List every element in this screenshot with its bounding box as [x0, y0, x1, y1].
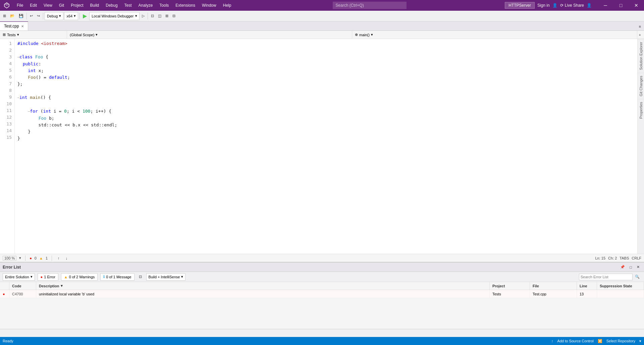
line-number-7: 7 — [0, 80, 14, 87]
code-content[interactable]: #include <iostream> ─class Foo { public:… — [15, 39, 637, 254]
menu-item-analyze[interactable]: Analyze — [135, 0, 156, 11]
debug-config-dropdown[interactable]: Debug ▾ — [45, 12, 63, 20]
col-header-project[interactable]: Project — [490, 282, 530, 290]
tab-testcpp[interactable]: Test.cpp ✕ — [0, 21, 28, 31]
liveshare-button[interactable]: ⟳ Live Share — [560, 3, 584, 8]
col-header-suppress[interactable]: Suppression State — [597, 282, 644, 290]
func-scope-dropdown[interactable]: ⊕ main() ▾ — [352, 31, 637, 39]
platform-dropdown[interactable]: x64 ▾ — [64, 12, 78, 20]
panel-close-btn[interactable]: ✕ — [635, 263, 641, 271]
add-scope-btn[interactable]: + — [637, 31, 643, 39]
maximize-button[interactable]: □ — [613, 0, 629, 11]
info-icon: ℹ — [103, 275, 105, 279]
menu-item-project[interactable]: Project — [67, 0, 87, 11]
toolbar-btn-3[interactable]: ⊞ — [164, 12, 170, 20]
toolbar-btn-1[interactable]: ⊡ — [149, 12, 156, 20]
close-button[interactable]: ✕ — [629, 0, 644, 11]
pin-tabs-btn[interactable]: ≡ — [637, 22, 643, 31]
row-line: 13 — [577, 290, 597, 298]
menu-item-help[interactable]: Help — [220, 0, 235, 11]
col-header-code[interactable]: Code — [9, 282, 36, 290]
menu-item-tools[interactable]: Tools — [156, 0, 172, 11]
menu-item-test[interactable]: Test — [121, 0, 135, 11]
panel-float-btn[interactable]: □ — [628, 263, 634, 271]
toolbar-btn-4[interactable]: ⊟ — [171, 12, 177, 20]
message-filter-btn[interactable]: ℹ 0 of 1 Message — [100, 273, 134, 281]
server-button[interactable]: HTTPServer — [505, 2, 535, 9]
tab-close-button[interactable]: ✕ — [21, 24, 24, 28]
toolbar: ⊞ 📂 💾 ↩ ↪ Debug ▾ x64 ▾ ▶ Local Windows … — [0, 11, 644, 21]
run-button[interactable]: ▶ — [81, 12, 89, 20]
tab-label: Test.cpp — [4, 24, 19, 28]
code-line-8 — [17, 88, 637, 94]
minimize-button[interactable]: ─ — [598, 0, 613, 11]
table-row[interactable]: ● C4700 uninitialized local variable 'b'… — [0, 290, 644, 298]
menu-item-window[interactable]: Window — [199, 0, 220, 11]
git-icon: 🔀 — [598, 339, 602, 343]
toolbar-undo-btn[interactable]: ↩ — [28, 12, 35, 20]
menu-item-debug[interactable]: Debug — [102, 0, 121, 11]
project-scope-dropdown[interactable]: ⊞ Tests ▾ — [0, 31, 67, 39]
line-number-2: 2 — [0, 47, 14, 54]
menu-item-git[interactable]: Git — [56, 0, 67, 11]
build-filter-dropdown[interactable]: Build + IntelliSense ▾ — [146, 273, 186, 281]
global-scope-dropdown[interactable]: (Global Scope) ▾ — [67, 31, 352, 39]
toolbar-sep-4 — [148, 13, 148, 19]
code-area[interactable]: 123456789101112131415 #include <iostream… — [0, 39, 637, 254]
add-source-control-btn[interactable]: Add to Source Control — [557, 339, 594, 343]
line-number-13: 13 — [0, 121, 14, 127]
scope-selector[interactable]: Entire Solution ▾ — [3, 273, 35, 281]
app-status-bar: Ready ↑ Add to Source Control 🔀 Select R… — [0, 337, 644, 345]
run-without-debug-btn[interactable]: ▷ — [140, 12, 146, 20]
code-editor[interactable]: 123456789101112131415 #include <iostream… — [0, 39, 637, 254]
solution-explorer-panel[interactable]: Solution Explorer — [638, 39, 644, 73]
sign-in-button[interactable]: Sign in — [537, 3, 550, 8]
error-search-input[interactable] — [579, 274, 633, 280]
func-icon: ⊕ — [355, 33, 358, 37]
error-table: Code Description ▾ Project File Line Sup… — [0, 282, 644, 329]
line-number-11: 11 — [0, 107, 14, 114]
menu-item-build[interactable]: Build — [87, 0, 103, 11]
global-search-input[interactable] — [333, 2, 407, 9]
code-line-12: Foo b; — [17, 115, 637, 122]
line-number-14: 14 — [0, 127, 14, 134]
error-filter-btn[interactable]: ● 1 Error — [38, 273, 58, 281]
code-line-1: #include <iostream> — [17, 40, 637, 47]
up-nav-btn[interactable]: ↑ — [56, 254, 61, 262]
select-repo-btn[interactable]: Select Repository — [606, 339, 635, 343]
col-header-line[interactable]: Line — [577, 282, 597, 290]
editor-statusbar: 100 % ▾ ● 0 ▲ 1 ↑ ↓ Ln: 15 Ch: 2 TABS CR… — [0, 254, 644, 262]
tab-info: TABS — [620, 256, 629, 260]
properties-panel[interactable]: Properties — [638, 99, 644, 121]
line-number-10: 10 — [0, 101, 14, 107]
warning-filter-btn[interactable]: ▲ 0 of 2 Warnings — [61, 273, 98, 281]
line-number-12: 12 — [0, 114, 14, 121]
row-description: uninitialized local variable 'b' used — [36, 290, 490, 298]
menu-item-extensions[interactable]: Extensions — [172, 0, 199, 11]
toolbar-sep-3 — [79, 13, 80, 19]
warning-icon: ▲ — [39, 256, 43, 260]
down-nav-btn[interactable]: ↓ — [64, 254, 69, 262]
bottom-tabs — [0, 329, 644, 337]
toolbar-save-btn[interactable]: 💾 — [17, 12, 25, 20]
run-config-dropdown[interactable]: Local Windows Debugger ▾ — [89, 12, 139, 20]
toolbar-btn-2[interactable]: ◫ — [156, 12, 163, 20]
toolbar-new-btn[interactable]: ⊞ — [1, 12, 8, 20]
profile-icon: 👤 — [587, 3, 592, 8]
menu-item-view[interactable]: View — [40, 0, 56, 11]
statusbar-right: ↑ Add to Source Control 🔀 Select Reposit… — [551, 339, 641, 343]
col-header-file[interactable]: File — [530, 282, 577, 290]
toolbar-redo-btn[interactable]: ↪ — [35, 12, 42, 20]
menu-item-file[interactable]: File — [13, 0, 26, 11]
panel-pin-btn[interactable]: 📌 — [619, 263, 627, 271]
col-header-description[interactable]: Description ▾ — [36, 282, 490, 290]
line-number-8: 8 — [0, 87, 14, 94]
line-numbers: 123456789101112131415 — [0, 39, 15, 254]
git-changes-panel[interactable]: Git Changes — [638, 73, 644, 99]
error-search-btn[interactable]: 🔍 — [633, 273, 641, 281]
toolbar-open-btn[interactable]: 📂 — [8, 12, 16, 20]
zoom-level[interactable]: 100 % — [3, 256, 16, 261]
menu-item-edit[interactable]: Edit — [26, 0, 40, 11]
scope-icon: ⊞ — [3, 33, 6, 37]
intellisense-filter-btn[interactable]: ⊡ — [137, 273, 144, 281]
